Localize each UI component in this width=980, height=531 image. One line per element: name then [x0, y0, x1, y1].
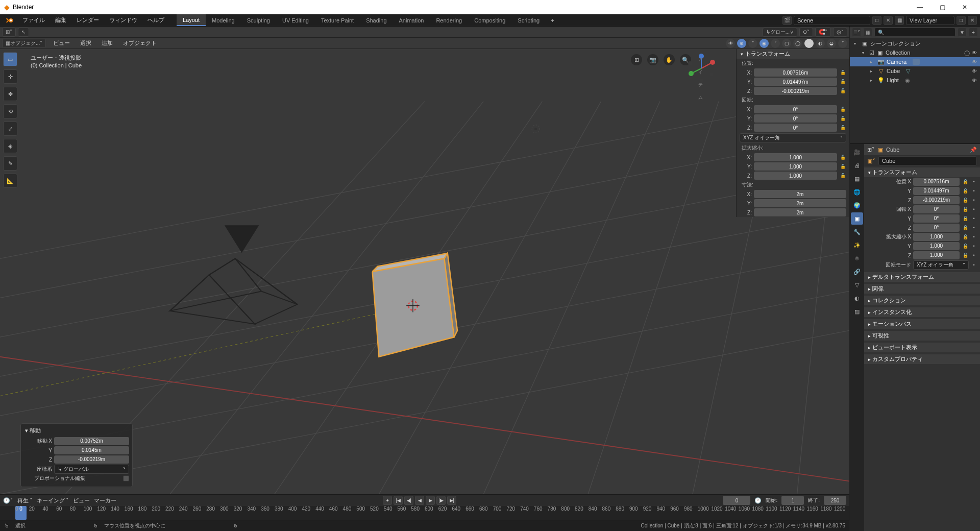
npanel-loc-z[interactable]: -0.000219m — [754, 87, 837, 95]
layer-delete-button[interactable]: ✕ — [968, 16, 977, 25]
start-frame-field[interactable]: 1 — [781, 496, 804, 505]
end-frame-field[interactable]: 250 — [824, 496, 846, 505]
current-frame-field[interactable]: 0 — [723, 496, 750, 505]
anim-dot-icon[interactable]: • — [971, 244, 977, 249]
proportional-edit-icon[interactable]: ◎˅ — [833, 28, 847, 37]
props-scale-z[interactable]: 1.000 — [913, 251, 960, 259]
transform-tool[interactable]: ◈ — [3, 139, 17, 153]
anim-dot-icon[interactable]: • — [971, 234, 977, 239]
close-button[interactable]: ✕ — [953, 0, 976, 14]
menu-help[interactable]: ヘルプ — [142, 14, 169, 26]
tab-object[interactable]: ▣ — [851, 212, 863, 225]
npanel-tabs[interactable]: アイテム — [698, 53, 703, 104]
timeline-play-menu[interactable]: 再生 ˅ — [17, 497, 33, 504]
timeline-view-menu[interactable]: ビュー — [73, 497, 90, 504]
npanel-scale-y[interactable]: 1.000 — [754, 162, 837, 171]
menu-edit[interactable]: 編集 — [50, 14, 71, 26]
jump-next-key-icon[interactable]: |▶ — [436, 496, 446, 505]
tab-viewlayer[interactable]: ▦ — [851, 173, 863, 185]
anim-dot-icon[interactable]: • — [971, 262, 977, 268]
op-orient-selector[interactable]: ↳ グローバル˅ — [54, 465, 129, 474]
props-loc-x[interactable]: 0.007516m — [913, 178, 960, 186]
tab-modifiers[interactable]: 🔧 — [851, 226, 863, 238]
maximize-button[interactable]: ▢ — [931, 0, 953, 14]
outliner-item-camera[interactable]: ▸ 📷 Camera 👁 — [850, 57, 980, 66]
mode-selector[interactable]: ▦ オブジェク... ˅ — [2, 39, 46, 48]
anim-dot-icon[interactable]: • — [971, 179, 977, 184]
menu-window[interactable]: ウィンドウ — [104, 14, 142, 26]
layer-browse-icon[interactable]: ▦ — [895, 16, 904, 25]
npanel-rot-x[interactable]: 0° — [754, 105, 837, 113]
overlay-options-icon[interactable]: ˅ — [771, 39, 780, 48]
scale-tool[interactable]: ⤢ — [3, 122, 17, 136]
lock-icon[interactable]: 🔓 — [839, 155, 846, 160]
outliner-scene-collection[interactable]: ▾▣ シーンコレクション — [850, 39, 980, 48]
tab-scene[interactable]: 🌐 — [851, 186, 863, 198]
anim-dot-icon[interactable]: • — [971, 188, 977, 194]
timeline-keying-menu[interactable]: キーイング ˅ — [37, 497, 69, 504]
lock-icon[interactable]: 🔓 — [839, 70, 846, 75]
npanel-transform-header[interactable]: トランスフォーム — [737, 49, 849, 59]
gizmo-options-icon[interactable]: ˅ — [748, 39, 757, 48]
anim-dot-icon[interactable]: • — [971, 225, 977, 230]
op-move-y[interactable]: 0.0145m — [54, 446, 129, 454]
outliner-type-icon[interactable]: ≣˅ — [852, 28, 861, 37]
add-menu[interactable]: 追加 — [99, 39, 116, 47]
move-tool[interactable]: ✥ — [3, 87, 17, 101]
rotation-mode-selector[interactable]: XYZ オイラー角˅ — [740, 133, 846, 142]
lock-icon[interactable]: 🔓 — [839, 173, 846, 178]
outliner-display-icon[interactable]: ▦ — [863, 28, 872, 37]
play-icon[interactable]: ▶ — [426, 496, 435, 505]
shading-wireframe-icon[interactable]: ◯ — [793, 39, 802, 48]
ws-rendering[interactable]: Rendering — [430, 14, 468, 26]
npanel-rot-z[interactable]: 0° — [754, 124, 837, 132]
npanel-dim-y[interactable]: 2m — [754, 199, 846, 207]
shading-lookdev-icon[interactable]: ◐ — [816, 39, 825, 48]
checkbox-icon[interactable]: ☑ — [869, 50, 874, 56]
lock-icon[interactable]: 🔓 — [962, 234, 969, 239]
outliner-filter-icon[interactable]: ▼ — [958, 28, 967, 37]
outliner-search[interactable]: 🔍 — [874, 28, 955, 37]
outliner-item-cube[interactable]: ▸ ▽ Cube ▽ 👁 — [850, 66, 980, 76]
anim-dot-icon[interactable]: • — [971, 198, 977, 203]
props-section-instancing[interactable]: インスタンス化 — [864, 307, 980, 317]
props-rot-x[interactable]: 0° — [913, 205, 960, 213]
select-box-tool[interactable]: ▭ — [3, 52, 17, 66]
hide-icon[interactable]: 👁 — [972, 68, 977, 74]
anim-dot-icon[interactable]: • — [971, 253, 977, 258]
lock-icon[interactable]: 🔓 — [839, 125, 846, 130]
object-name-field[interactable]: Cube — [878, 156, 977, 165]
tab-constraints[interactable]: 🔗 — [851, 266, 863, 278]
lock-icon[interactable]: 🔓 — [962, 253, 969, 258]
cursor-tool-icon[interactable]: ↖ — [18, 28, 29, 37]
op-move-z[interactable]: -0.000219m — [54, 455, 129, 464]
minimize-button[interactable]: — — [909, 0, 931, 14]
outliner-collection[interactable]: ▾ ☑ ▣ Collection ◯👁 — [850, 48, 980, 57]
ws-animation[interactable]: Animation — [393, 14, 430, 26]
lock-icon[interactable]: 🔓 — [962, 225, 969, 230]
ws-compositing[interactable]: Compositing — [468, 14, 511, 26]
lock-icon[interactable]: 🔓 — [839, 164, 846, 169]
hide-icon[interactable]: 👁 — [972, 59, 977, 65]
pan-icon[interactable]: ✋ — [664, 54, 675, 65]
lock-icon[interactable]: 🔓 — [839, 116, 846, 121]
menu-render[interactable]: レンダー — [71, 14, 104, 26]
lock-icon[interactable]: 🔓 — [962, 198, 969, 203]
ws-modeling[interactable]: Modeling — [206, 14, 241, 26]
scene-name-field[interactable]: Scene — [794, 16, 870, 25]
blender-icon[interactable] — [3, 14, 17, 26]
props-loc-y[interactable]: 0.014497m — [913, 187, 960, 195]
timeline-editor-type-icon[interactable]: 🕐˅ — [3, 497, 13, 504]
props-scale-x[interactable]: 1.000 — [913, 233, 960, 241]
npanel-rot-y[interactable]: 0° — [754, 114, 837, 123]
lock-icon[interactable]: 🔓 — [839, 107, 846, 112]
jump-prev-key-icon[interactable]: ◀| — [404, 496, 413, 505]
orientation-selector[interactable]: ↳ グロー...∨ — [763, 28, 797, 37]
timeline-ruler[interactable]: 0 02040608010012014016018020022024026028… — [0, 506, 849, 520]
hide-icon[interactable]: 👁 — [972, 50, 977, 56]
tab-render[interactable]: 🎥 — [851, 146, 863, 158]
ws-scripting[interactable]: Scripting — [511, 14, 546, 26]
operator-header[interactable]: 移動 — [24, 426, 129, 437]
ws-sculpting[interactable]: Sculpting — [241, 14, 276, 26]
3d-viewport[interactable]: ▭ ✛ ✥ ⟲ ⤢ ◈ ✎ 📐 ユーザー・透視投影 (0) Collection… — [0, 49, 849, 494]
